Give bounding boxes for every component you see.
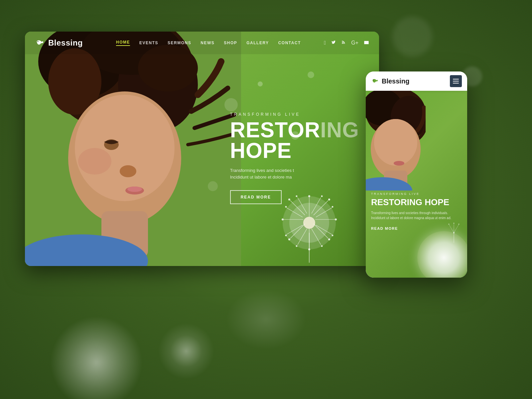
- bokeh-5: [308, 71, 314, 78]
- nav-sermons[interactable]: SERMONS: [168, 41, 191, 45]
- mobile-hero-description: Transforming lives and societies through…: [371, 210, 462, 220]
- twitter-icon[interactable]: [331, 40, 336, 46]
- bokeh-4: [208, 181, 218, 191]
- nav-events[interactable]: EVENTS: [139, 41, 158, 45]
- svg-point-19: [303, 217, 315, 229]
- mobile-dove-icon: [371, 77, 379, 85]
- hero-title: RESTORING: [230, 119, 359, 140]
- social-icons-bar:  G+: [324, 40, 369, 46]
- mobile-hero-title: RESTORING HOPE: [371, 198, 462, 207]
- mobile-hero-content: TRANSFORMING LIVE RESTORING HOPE Transfo…: [366, 186, 467, 238]
- svg-point-9: [78, 148, 111, 175]
- hamburger-line-3: [453, 83, 459, 83]
- desktop-mockup: Blessing HOME EVENTS SERMONS NEWS SHOP G…: [25, 32, 379, 266]
- svg-point-59: [374, 119, 417, 166]
- mobile-read-more-button[interactable]: READ MORE: [371, 226, 398, 230]
- svg-point-8: [75, 95, 175, 201]
- svg-point-60: [394, 161, 404, 166]
- mobile-mockup: Blessing: [366, 71, 467, 278]
- svg-point-43: [288, 238, 290, 240]
- desktop-logo-text: Blessing: [48, 38, 83, 48]
- svg-point-53: [373, 80, 374, 80]
- svg-point-41: [328, 238, 330, 240]
- svg-point-39: [335, 218, 337, 220]
- desktop-nav-links: HOME EVENTS SERMONS NEWS SHOP GALLERY CO…: [116, 40, 324, 46]
- hamburger-line-2: [453, 81, 459, 81]
- email-icon[interactable]: [364, 40, 369, 46]
- child-photo: [25, 32, 241, 266]
- hamburger-line-1: [453, 79, 459, 79]
- bokeh-1: [224, 98, 238, 111]
- child-illustration: [25, 32, 241, 266]
- desktop-hero-content: TRANSFORMING LIVE RESTORING HOPE Transfo…: [230, 112, 359, 204]
- mobile-navbar: Blessing: [366, 71, 467, 91]
- mobile-hero-subtitle: TRANSFORMING LIVE: [371, 192, 462, 196]
- svg-point-37: [308, 248, 310, 250]
- bokeh-bg-1: [392, 17, 432, 57]
- hero-description: Transforming lives and societies t Incid…: [230, 167, 359, 181]
- svg-point-46: [285, 235, 287, 236]
- svg-point-10: [120, 165, 136, 177]
- desktop-navbar: Blessing HOME EVENTS SERMONS NEWS SHOP G…: [25, 32, 379, 54]
- nav-home[interactable]: HOME: [116, 40, 130, 46]
- nav-news[interactable]: NEWS: [200, 41, 214, 45]
- svg-point-51: [321, 245, 323, 247]
- mobile-logo-text: Blessing: [382, 77, 409, 85]
- svg-point-50: [296, 245, 298, 247]
- nav-gallery[interactable]: GALLERY: [246, 41, 269, 45]
- google-plus-icon[interactable]: G+: [351, 40, 358, 46]
- svg-point-52: [38, 41, 39, 42]
- hero-title-2: HOPE: [230, 140, 359, 161]
- mobile-logo[interactable]: Blessing: [371, 77, 450, 85]
- svg-point-44: [285, 206, 287, 208]
- svg-point-47: [332, 235, 333, 236]
- nav-shop[interactable]: SHOP: [224, 41, 237, 45]
- hero-subtitle: TRANSFORMING LIVE: [230, 112, 359, 116]
- mobile-child-photo: [366, 91, 426, 191]
- facebook-icon[interactable]: : [324, 40, 326, 46]
- svg-point-38: [282, 218, 284, 220]
- mobile-content-area: TRANSFORMING LIVE RESTORING HOPE Transfo…: [366, 91, 467, 278]
- dove-icon: [35, 38, 45, 48]
- mobile-menu-button[interactable]: [450, 75, 462, 87]
- read-more-button[interactable]: READ MORE: [230, 190, 282, 204]
- rss-icon[interactable]: [341, 40, 346, 46]
- desktop-logo[interactable]: Blessing: [35, 38, 83, 48]
- svg-point-12: [127, 187, 142, 192]
- svg-point-45: [332, 206, 333, 208]
- nav-contact[interactable]: CONTACT: [278, 41, 301, 45]
- bokeh-3: [258, 81, 263, 86]
